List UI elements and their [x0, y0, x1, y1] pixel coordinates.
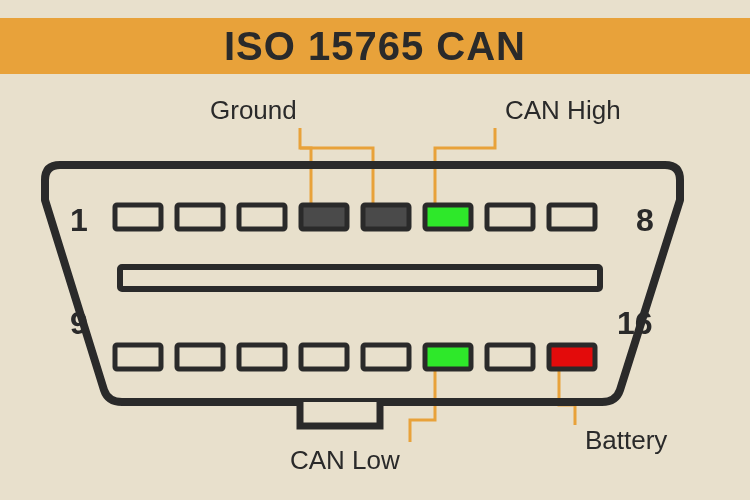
pin-9: [115, 345, 161, 369]
pin-12: [301, 345, 347, 369]
pin-row-top: [115, 205, 595, 229]
pin-2: [177, 205, 223, 229]
pin-5: [363, 205, 409, 229]
pin-row-bottom: [115, 345, 595, 369]
pin-4: [301, 205, 347, 229]
pin-1: [115, 205, 161, 229]
pin-16: [549, 345, 595, 369]
pin-3: [239, 205, 285, 229]
callout-battery: [559, 370, 575, 425]
pin-13: [363, 345, 409, 369]
connector-diagram: [0, 0, 750, 500]
connector-mount-tab: [300, 402, 380, 426]
pin-14: [425, 345, 471, 369]
pin-6: [425, 205, 471, 229]
pin-8: [549, 205, 595, 229]
pin-10: [177, 345, 223, 369]
pin-7: [487, 205, 533, 229]
pin-11: [239, 345, 285, 369]
connector-center-slot: [120, 267, 600, 289]
callout-lines: [300, 128, 575, 442]
pin-15: [487, 345, 533, 369]
